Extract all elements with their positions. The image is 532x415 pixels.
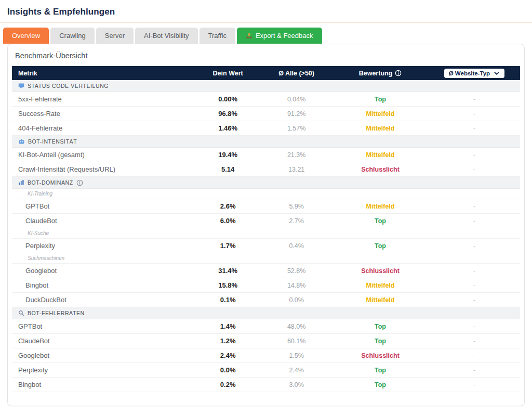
bewertung-cell: Top (332, 217, 429, 225)
website-typ-cell: - (429, 338, 520, 345)
table-row: Perplexity0.0%2.4%Top- (12, 363, 520, 378)
bewertung-cell: Top (332, 381, 429, 388)
section-header-bot-intensität: BOT-INTENSITÄT (12, 136, 520, 148)
alle-cell: 0.4% (261, 242, 332, 250)
dein-wert-cell: 0.1% (195, 296, 261, 304)
benchmark-card-title: Benchmark-Übersicht (15, 51, 517, 60)
table-row: 404-Fehlerrate1.46%1.57%Mittelfeld- (12, 121, 520, 136)
website-typ-cell: - (429, 151, 520, 159)
dein-wert-cell: 96.8% (195, 110, 261, 118)
dein-wert-cell: 15.8% (195, 281, 261, 289)
alle-cell: 2.4% (261, 367, 332, 374)
benchmark-card: Benchmark-Übersicht Metrik Dein Wert Ø A… (7, 44, 525, 406)
bar-chart-icon (18, 179, 24, 186)
metric-cell: 5xx-Fehlerrate (12, 95, 195, 103)
table-row: Perplexity1.7%0.4%Top- (12, 239, 520, 253)
alle-cell: 91.2% (261, 110, 332, 118)
column-header-website-typ: Ø Website-Typ (429, 69, 520, 78)
table-row: 5xx-Fehlerrate0.00%0.04%Top- (12, 92, 520, 107)
dein-wert-cell: 2.4% (195, 352, 261, 359)
website-typ-cell: - (429, 125, 520, 132)
website-typ-cell: - (429, 110, 520, 118)
tab-server[interactable]: Server (96, 28, 134, 44)
table-row: Bingbot15.8%14.8%Mittelfeld- (12, 278, 520, 293)
bewertung-cell: Top (332, 323, 429, 330)
website-typ-cell: - (429, 296, 520, 304)
dein-wert-cell: 1.46% (195, 124, 261, 132)
table-row: ClaudeBot1.2%60.1%Top- (12, 334, 520, 348)
tab-ai-bot-visibility[interactable]: AI-Bot Visibility (135, 28, 197, 44)
dein-wert-cell: 6.0% (195, 217, 261, 225)
section-label: BOT-FEHLERRATEN (28, 310, 85, 316)
metric-cell: KI-Bot-Anteil (gesamt) (12, 151, 195, 159)
tab-export-feedback[interactable]: Export & Feedback (237, 28, 322, 44)
alle-cell: 1.57% (261, 125, 332, 132)
metric-cell: GPTBot (12, 322, 195, 330)
tab-crawling[interactable]: Crawling (50, 28, 95, 44)
website-typ-dropdown[interactable]: Ø Website-Typ (444, 69, 504, 78)
table-row: ClaudeBot6.0%2.7%Top- (12, 214, 520, 228)
website-typ-cell: - (429, 203, 520, 210)
page-title: Insights & Empfehlungen (7, 7, 525, 17)
metric-cell: Crawl-Intensität (Requests/URL) (12, 165, 195, 173)
subgroup-header-ki-suche: KI-Suche (12, 228, 520, 239)
bewertung-cell: Schlusslicht (332, 352, 429, 359)
info-icon[interactable] (76, 179, 83, 186)
dein-wert-cell: 19.4% (195, 151, 261, 159)
robot-icon (18, 138, 25, 145)
subgroup-header-suchmaschinen: Suchmaschinen (12, 253, 520, 264)
table-row: Googlebot2.4%1.5%Schlusslicht- (12, 348, 520, 363)
column-header-bewertung: Bewertung (332, 70, 429, 77)
section-header-bot-dominanz: BOT-DOMINANZ (12, 177, 520, 189)
tab-label: Export & Feedback (256, 32, 313, 40)
monitor-icon (18, 83, 24, 89)
column-header-bewertung-label: Bewertung (359, 70, 393, 77)
dein-wert-cell: 31.4% (195, 267, 261, 275)
metric-cell: Perplexity (12, 366, 195, 374)
metric-cell: GPTBot (12, 202, 195, 210)
bewertung-cell: Mittelfeld (332, 110, 429, 118)
bewertung-cell: Schlusslicht (332, 267, 429, 275)
alle-cell: 48.0% (261, 323, 332, 330)
table-row: GPTBot1.4%48.0%Top- (12, 319, 520, 334)
metric-cell: ClaudeBot (12, 337, 195, 345)
section-label: BOT-DOMINANZ (28, 179, 73, 186)
column-header-alle: Ø Alle (>50) (261, 70, 332, 77)
tab-traffic[interactable]: Traffic (200, 28, 235, 44)
tab-overview[interactable]: Overview (3, 28, 49, 44)
dein-wert-cell: 0.0% (195, 366, 261, 374)
alle-cell: 3.0% (261, 381, 332, 388)
subgroup-label: Suchmaschinen (28, 255, 64, 261)
alle-cell: 0.0% (261, 296, 332, 304)
bewertung-cell: Top (332, 242, 429, 250)
website-typ-cell: - (429, 352, 520, 359)
section-label: BOT-INTENSITÄT (28, 138, 77, 145)
dein-wert-cell: 0.00% (195, 95, 261, 103)
bewertung-cell: Schlusslicht (332, 166, 429, 173)
tab-bar: OverviewCrawlingServerAI-Bot VisibilityT… (3, 28, 532, 44)
website-typ-cell: - (429, 217, 520, 225)
table-header-row: Metrik Dein Wert Ø Alle (>50) Bewertung … (12, 66, 520, 80)
tab-label: Overview (12, 32, 40, 40)
website-typ-cell: - (429, 367, 520, 374)
alle-cell: 14.8% (261, 282, 332, 289)
bewertung-cell: Top (332, 338, 429, 345)
metric-cell: Bingbot (12, 381, 195, 388)
section-header-bot-fehlerraten: BOT-FEHLERRATEN (12, 307, 520, 319)
subgroup-header-ki-training: KI-Training (12, 189, 520, 199)
tab-label: AI-Bot Visibility (144, 32, 189, 40)
website-typ-cell: - (429, 323, 520, 330)
dein-wert-cell: 1.2% (195, 337, 261, 345)
metric-cell: Googlebot (12, 352, 195, 359)
bewertung-cell: Mittelfeld (332, 151, 429, 159)
website-typ-cell: - (429, 242, 520, 250)
metric-cell: 404-Fehlerrate (12, 124, 195, 132)
alle-cell: 21.3% (261, 151, 332, 159)
info-icon[interactable] (395, 70, 402, 76)
alle-cell: 13.21 (261, 166, 332, 173)
metric-cell: DuckDuckBot (12, 296, 195, 304)
alle-cell: 5.9% (261, 203, 332, 210)
dein-wert-cell: 1.7% (195, 242, 261, 250)
subgroup-label: KI-Training (28, 191, 52, 197)
dein-wert-cell: 5.14 (195, 165, 261, 173)
